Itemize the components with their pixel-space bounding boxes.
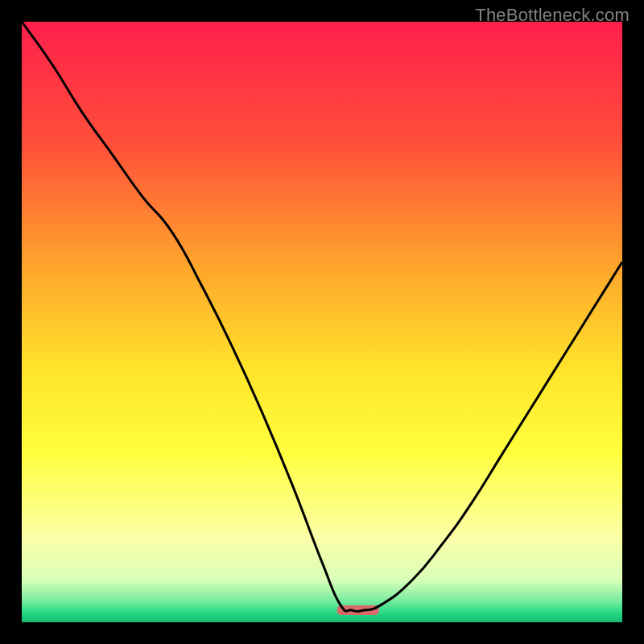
chart-container: TheBottleneck.com xyxy=(0,0,644,644)
bottleneck-chart xyxy=(0,0,644,644)
plot-background xyxy=(22,22,622,622)
watermark-text: TheBottleneck.com xyxy=(475,5,630,26)
